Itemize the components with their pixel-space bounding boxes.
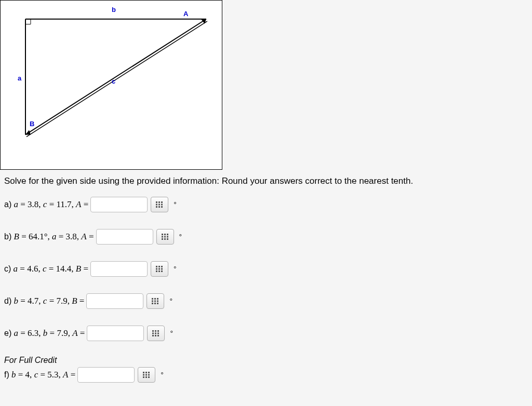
svg-rect-33 [152,298,153,300]
svg-rect-21 [162,238,163,240]
question-d-label: d) b = 4.7, c = 7.9, B = [4,296,84,306]
svg-rect-45 [152,333,154,334]
svg-rect-36 [152,301,153,302]
svg-rect-56 [148,374,150,376]
credit-note: For Full Credit [0,349,532,365]
question-f-input[interactable] [77,367,135,383]
degree-unit-e: ° [170,329,173,337]
keypad-button-b[interactable] [156,229,174,245]
svg-rect-18 [162,236,163,238]
question-c-input[interactable] [90,261,148,277]
degree-unit-a: ° [174,200,177,209]
grid-icon [162,234,169,240]
svg-rect-22 [164,238,166,240]
svg-rect-29 [161,268,163,270]
grid-icon [143,372,150,378]
question-c: c) a = 4.6, c = 14.4, B = ° [0,253,532,285]
question-d-input[interactable] [86,293,143,309]
instructions-text: Solve for the given side using the provi… [0,170,532,188]
svg-rect-6 [156,201,157,203]
svg-rect-32 [161,270,163,272]
svg-line-3 [26,21,207,137]
question-f: f) b = 4, c = 5.3, A = ° [0,365,532,391]
svg-rect-51 [143,372,144,373]
keypad-button-f[interactable] [138,367,155,383]
svg-rect-43 [155,330,156,332]
svg-rect-39 [152,303,153,304]
question-b-label: b) B = 64.1°, a = 3.8, A = [4,232,94,242]
svg-rect-25 [158,266,160,267]
svg-rect-17 [167,234,168,235]
question-a-input[interactable] [90,197,148,212]
question-b: b) B = 64.1°, a = 3.8, A = ° [0,221,532,253]
label-side-b: b [112,6,116,13]
question-e-input[interactable] [87,326,144,341]
label-angle-B: B [30,120,34,128]
degree-unit-b: ° [179,233,182,241]
svg-rect-47 [157,333,159,334]
svg-rect-16 [164,234,166,235]
svg-rect-28 [158,268,160,270]
degree-unit-d: ° [169,297,172,305]
svg-rect-57 [143,376,144,378]
keypad-button-e[interactable] [147,326,165,341]
svg-rect-40 [154,303,156,304]
svg-rect-24 [156,266,157,267]
svg-rect-13 [158,206,160,208]
svg-rect-52 [145,372,147,373]
svg-rect-44 [157,330,159,332]
svg-rect-42 [152,330,154,332]
svg-rect-12 [156,206,157,208]
svg-rect-46 [155,333,156,334]
label-side-a: a [18,74,21,82]
svg-rect-30 [156,270,157,272]
svg-rect-35 [157,298,158,300]
grid-icon [152,298,159,304]
degree-unit-c: ° [174,265,177,273]
svg-rect-15 [162,234,163,235]
keypad-button-a[interactable] [151,197,168,212]
grid-icon [152,330,159,336]
svg-rect-10 [158,204,160,206]
svg-rect-41 [157,303,158,304]
label-angle-A: A [183,10,188,18]
svg-rect-9 [156,204,157,206]
svg-rect-59 [148,376,150,378]
keypad-button-d[interactable] [147,293,164,309]
question-a: a) a = 3.8, c = 11.7, A = ° [0,188,532,221]
svg-rect-37 [154,301,156,302]
grid-icon [156,201,163,208]
question-c-label: c) a = 4.6, c = 14.4, B = [4,264,88,274]
keypad-button-c[interactable] [151,261,168,277]
svg-rect-55 [145,374,147,376]
label-side-c: c [112,77,115,85]
grid-icon [156,266,163,272]
question-e-label: e) a = 6.3, b = 7.9, A = [4,328,85,339]
svg-rect-8 [161,201,163,203]
svg-rect-19 [164,236,166,238]
triangle-diagram: a b c A B [0,0,222,170]
svg-rect-7 [158,201,160,203]
svg-rect-48 [152,335,154,336]
svg-rect-53 [148,372,150,373]
svg-rect-31 [158,270,160,272]
question-b-input[interactable] [96,229,153,245]
svg-rect-11 [161,204,163,206]
svg-rect-34 [154,298,156,300]
question-f-label: f) b = 4, c = 5.3, A = [4,370,75,380]
svg-line-2 [25,19,206,135]
svg-rect-14 [161,206,163,208]
question-d: d) b = 4.7, c = 7.9, B = ° [0,285,532,317]
svg-rect-38 [157,301,158,302]
svg-rect-54 [143,374,144,376]
svg-rect-23 [167,238,168,240]
svg-rect-27 [156,268,157,270]
svg-rect-20 [167,236,168,238]
degree-unit-f: ° [161,371,164,379]
svg-rect-49 [155,335,156,336]
question-a-label: a) a = 3.8, c = 11.7, A = [4,199,88,210]
svg-rect-26 [161,266,163,267]
svg-marker-5 [25,130,31,134]
triangle-svg [1,1,222,169]
question-e: e) a = 6.3, b = 7.9, A = ° [0,317,532,349]
